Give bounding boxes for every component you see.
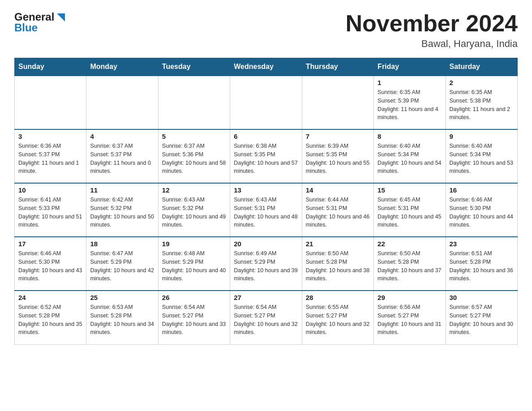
day-info: Sunrise: 6:43 AMSunset: 5:31 PMDaylight:… (234, 196, 298, 229)
day-number: 3 (18, 133, 82, 140)
day-info: Sunrise: 6:41 AMSunset: 5:33 PMDaylight:… (18, 196, 82, 229)
calendar-week-row: 1Sunrise: 6:35 AMSunset: 5:39 PMDaylight… (15, 76, 518, 129)
calendar-week-row: 3Sunrise: 6:36 AMSunset: 5:37 PMDaylight… (15, 129, 518, 183)
calendar-cell: 23Sunrise: 6:51 AMSunset: 5:28 PMDayligh… (446, 237, 517, 291)
day-info: Sunrise: 6:52 AMSunset: 5:28 PMDaylight:… (18, 303, 82, 337)
day-number: 4 (90, 133, 154, 140)
day-number: 27 (234, 294, 298, 301)
day-info: Sunrise: 6:40 AMSunset: 5:34 PMDaylight:… (450, 142, 514, 176)
day-info: Sunrise: 6:54 AMSunset: 5:27 PMDaylight:… (162, 303, 226, 337)
day-info: Sunrise: 6:46 AMSunset: 5:30 PMDaylight:… (18, 249, 82, 283)
main-title: November 2024 (346, 11, 518, 36)
day-number: 1 (378, 79, 442, 86)
calendar-cell: 2Sunrise: 6:35 AMSunset: 5:38 PMDaylight… (446, 76, 517, 129)
day-header-wednesday: Wednesday (230, 58, 302, 76)
day-header-sunday: Sunday (15, 58, 86, 76)
calendar-cell: 4Sunrise: 6:37 AMSunset: 5:37 PMDaylight… (86, 129, 158, 183)
day-number: 6 (234, 133, 298, 140)
subtitle: Bawal, Haryana, India (346, 38, 518, 50)
calendar-cell: 28Sunrise: 6:55 AMSunset: 5:27 PMDayligh… (302, 291, 373, 344)
day-number: 15 (378, 186, 442, 194)
logo: General Blue (14, 11, 65, 34)
calendar-cell: 10Sunrise: 6:41 AMSunset: 5:33 PMDayligh… (15, 183, 86, 237)
day-number: 30 (450, 294, 514, 301)
calendar-cell: 29Sunrise: 6:56 AMSunset: 5:27 PMDayligh… (374, 291, 446, 344)
calendar-cell: 25Sunrise: 6:53 AMSunset: 5:28 PMDayligh… (86, 291, 158, 344)
day-number: 29 (378, 294, 442, 301)
day-number: 10 (18, 186, 82, 194)
page-header: General Blue November 2024 Bawal, Haryan… (14, 11, 518, 50)
logo-triangle-icon (55, 13, 65, 21)
calendar-cell: 13Sunrise: 6:43 AMSunset: 5:31 PMDayligh… (230, 183, 302, 237)
day-number: 21 (306, 240, 370, 248)
calendar-cell (158, 76, 230, 129)
day-header-tuesday: Tuesday (158, 58, 230, 76)
day-number: 25 (90, 294, 154, 301)
calendar-cell: 19Sunrise: 6:48 AMSunset: 5:29 PMDayligh… (158, 237, 230, 291)
logo-blue-text: Blue (14, 21, 38, 34)
day-info: Sunrise: 6:56 AMSunset: 5:27 PMDaylight:… (378, 303, 442, 337)
calendar-cell (15, 76, 86, 129)
day-number: 20 (234, 240, 298, 248)
svg-marker-0 (57, 13, 65, 21)
day-info: Sunrise: 6:44 AMSunset: 5:31 PMDaylight:… (306, 196, 370, 229)
day-number: 17 (18, 240, 82, 248)
day-number: 13 (234, 186, 298, 194)
calendar-week-row: 17Sunrise: 6:46 AMSunset: 5:30 PMDayligh… (15, 237, 518, 291)
day-number: 2 (450, 79, 514, 86)
calendar-cell: 6Sunrise: 6:38 AMSunset: 5:35 PMDaylight… (230, 129, 302, 183)
day-number: 19 (162, 240, 226, 248)
day-number: 12 (162, 186, 226, 194)
day-info: Sunrise: 6:39 AMSunset: 5:35 PMDaylight:… (306, 142, 370, 176)
day-info: Sunrise: 6:45 AMSunset: 5:31 PMDaylight:… (378, 196, 442, 229)
day-info: Sunrise: 6:50 AMSunset: 5:28 PMDaylight:… (306, 249, 370, 283)
calendar-cell: 18Sunrise: 6:47 AMSunset: 5:29 PMDayligh… (86, 237, 158, 291)
calendar-cell: 5Sunrise: 6:37 AMSunset: 5:36 PMDaylight… (158, 129, 230, 183)
day-number: 24 (18, 294, 82, 301)
calendar-cell: 16Sunrise: 6:46 AMSunset: 5:30 PMDayligh… (446, 183, 517, 237)
calendar-week-row: 24Sunrise: 6:52 AMSunset: 5:28 PMDayligh… (15, 291, 518, 344)
day-info: Sunrise: 6:55 AMSunset: 5:27 PMDaylight:… (306, 303, 370, 337)
calendar-cell: 26Sunrise: 6:54 AMSunset: 5:27 PMDayligh… (158, 291, 230, 344)
calendar-cell (302, 76, 373, 129)
calendar-cell: 3Sunrise: 6:36 AMSunset: 5:37 PMDaylight… (15, 129, 86, 183)
calendar-cell: 27Sunrise: 6:54 AMSunset: 5:27 PMDayligh… (230, 291, 302, 344)
day-header-monday: Monday (86, 58, 158, 76)
day-header-saturday: Saturday (446, 58, 517, 76)
calendar-cell (230, 76, 302, 129)
day-info: Sunrise: 6:53 AMSunset: 5:28 PMDaylight:… (90, 303, 154, 337)
day-info: Sunrise: 6:48 AMSunset: 5:29 PMDaylight:… (162, 249, 226, 283)
day-info: Sunrise: 6:37 AMSunset: 5:37 PMDaylight:… (90, 142, 154, 176)
day-number: 11 (90, 186, 154, 194)
calendar-cell: 8Sunrise: 6:40 AMSunset: 5:34 PMDaylight… (374, 129, 446, 183)
day-number: 14 (306, 186, 370, 194)
calendar-cell: 9Sunrise: 6:40 AMSunset: 5:34 PMDaylight… (446, 129, 517, 183)
day-number: 23 (450, 240, 514, 248)
day-number: 26 (162, 294, 226, 301)
calendar-cell: 11Sunrise: 6:42 AMSunset: 5:32 PMDayligh… (86, 183, 158, 237)
day-number: 28 (306, 294, 370, 301)
day-info: Sunrise: 6:38 AMSunset: 5:35 PMDaylight:… (234, 142, 298, 176)
day-info: Sunrise: 6:50 AMSunset: 5:28 PMDaylight:… (378, 249, 442, 283)
day-info: Sunrise: 6:37 AMSunset: 5:36 PMDaylight:… (162, 142, 226, 176)
calendar-cell: 21Sunrise: 6:50 AMSunset: 5:28 PMDayligh… (302, 237, 373, 291)
day-info: Sunrise: 6:35 AMSunset: 5:39 PMDaylight:… (378, 88, 442, 122)
calendar-cell: 12Sunrise: 6:43 AMSunset: 5:32 PMDayligh… (158, 183, 230, 237)
day-number: 7 (306, 133, 370, 140)
calendar-cell (86, 76, 158, 129)
calendar-cell: 30Sunrise: 6:57 AMSunset: 5:27 PMDayligh… (446, 291, 517, 344)
day-info: Sunrise: 6:46 AMSunset: 5:30 PMDaylight:… (450, 196, 514, 229)
day-number: 8 (378, 133, 442, 140)
calendar-week-row: 10Sunrise: 6:41 AMSunset: 5:33 PMDayligh… (15, 183, 518, 237)
day-info: Sunrise: 6:51 AMSunset: 5:28 PMDaylight:… (450, 249, 514, 283)
day-info: Sunrise: 6:47 AMSunset: 5:29 PMDaylight:… (90, 249, 154, 283)
calendar-cell: 20Sunrise: 6:49 AMSunset: 5:29 PMDayligh… (230, 237, 302, 291)
calendar-cell: 17Sunrise: 6:46 AMSunset: 5:30 PMDayligh… (15, 237, 86, 291)
day-info: Sunrise: 6:54 AMSunset: 5:27 PMDaylight:… (234, 303, 298, 337)
calendar-cell: 22Sunrise: 6:50 AMSunset: 5:28 PMDayligh… (374, 237, 446, 291)
day-info: Sunrise: 6:43 AMSunset: 5:32 PMDaylight:… (162, 196, 226, 229)
calendar-header-row: SundayMondayTuesdayWednesdayThursdayFrid… (15, 58, 518, 76)
calendar-cell: 7Sunrise: 6:39 AMSunset: 5:35 PMDaylight… (302, 129, 373, 183)
calendar-cell: 15Sunrise: 6:45 AMSunset: 5:31 PMDayligh… (374, 183, 446, 237)
day-header-thursday: Thursday (302, 58, 373, 76)
